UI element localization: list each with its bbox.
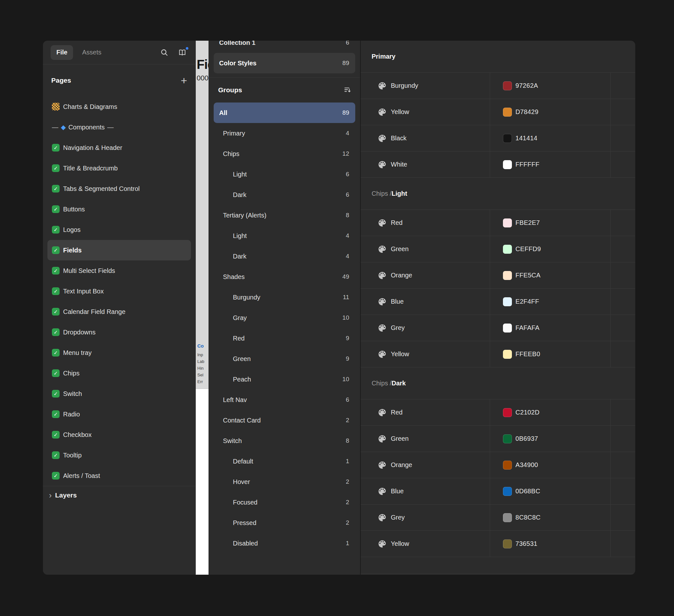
group-row[interactable]: Switch 8 bbox=[214, 430, 355, 451]
color-style-row[interactable]: Green CEFFD9 bbox=[361, 236, 635, 262]
style-row-extra-cell bbox=[610, 236, 635, 262]
style-row-extra-cell bbox=[610, 125, 635, 151]
collection-label: Collection 1 bbox=[219, 41, 255, 46]
color-styles-row[interactable]: Color Styles 89 bbox=[214, 53, 355, 73]
group-row[interactable]: Light 6 bbox=[214, 164, 355, 184]
style-value-cell: 0D68BC bbox=[490, 478, 610, 504]
add-page-button[interactable]: + bbox=[181, 75, 187, 86]
color-style-row[interactable]: White FFFFFF bbox=[361, 151, 635, 178]
group-row[interactable]: Focused 2 bbox=[214, 492, 355, 512]
style-hex-value: 0D68BC bbox=[516, 488, 540, 495]
group-row[interactable]: Disabled 1 bbox=[214, 533, 355, 553]
page-item[interactable]: ✓ Dropdowns bbox=[43, 322, 195, 343]
style-value-cell: 0B6937 bbox=[490, 426, 610, 452]
page-item[interactable]: ✓ Text Input Box bbox=[43, 281, 195, 301]
green-checkbox-icon: ✓ bbox=[52, 328, 60, 336]
group-label: Shades bbox=[223, 273, 245, 281]
color-style-row[interactable]: Yellow FFEEB0 bbox=[361, 341, 635, 367]
color-swatch bbox=[503, 297, 512, 306]
group-count: 10 bbox=[342, 376, 349, 383]
library-button[interactable] bbox=[177, 47, 188, 58]
color-style-row[interactable]: Red C2102D bbox=[361, 399, 635, 426]
color-style-row[interactable]: Orange A34900 bbox=[361, 452, 635, 478]
group-row[interactable]: Dark 4 bbox=[214, 246, 355, 266]
group-row[interactable]: Shades 49 bbox=[214, 266, 355, 287]
style-hex-value: 141414 bbox=[516, 135, 538, 142]
styles-groups-panel: Collection 1 6 Color Styles 89 Groups Al… bbox=[209, 41, 360, 575]
green-checkbox-icon: ✓ bbox=[52, 369, 60, 377]
page-item[interactable]: ✓ Buttons bbox=[43, 199, 195, 220]
group-row[interactable]: Hover 2 bbox=[214, 472, 355, 492]
color-style-row[interactable]: Grey FAFAFA bbox=[361, 315, 635, 341]
page-item[interactable]: ✓ Switch bbox=[43, 383, 195, 404]
group-row[interactable]: Tertiary (Alerts) 8 bbox=[214, 205, 355, 226]
group-row[interactable]: Red 9 bbox=[214, 328, 355, 349]
page-item[interactable]: Charts & Diagrams bbox=[43, 96, 195, 117]
canvas-strip[interactable]: Fie 000 Co Inp Lab Hin Sel Err bbox=[196, 41, 209, 575]
page-item[interactable]: ✓ Alerts / Toast bbox=[43, 466, 195, 486]
green-checkbox-icon: ✓ bbox=[52, 410, 60, 418]
color-swatch bbox=[503, 435, 512, 443]
group-row[interactable]: Left Nav 6 bbox=[214, 389, 355, 410]
page-item[interactable]: ✓ Tabs & Segmented Control bbox=[43, 178, 195, 199]
search-icon bbox=[160, 48, 169, 57]
green-checkbox-icon: ✓ bbox=[52, 144, 60, 151]
style-hex-value: CEFFD9 bbox=[516, 245, 541, 253]
page-item[interactable]: ✓ Multi Select Fields bbox=[43, 260, 195, 281]
style-row-extra-cell bbox=[610, 341, 635, 367]
page-item[interactable]: ✓ Logos bbox=[43, 220, 195, 240]
green-checkbox-icon: ✓ bbox=[52, 431, 60, 439]
color-style-row[interactable]: Burgundy 97262A bbox=[361, 73, 635, 99]
page-item-components[interactable]: — ◆ Components — bbox=[43, 117, 195, 137]
page-item[interactable]: ✓ Title & Breadcrumb bbox=[43, 158, 195, 178]
green-checkbox-icon: ✓ bbox=[52, 349, 60, 357]
group-row[interactable]: Light 4 bbox=[214, 226, 355, 246]
group-row[interactable]: All 89 bbox=[214, 103, 355, 123]
search-button[interactable] bbox=[159, 47, 170, 58]
style-name: Yellow bbox=[391, 540, 409, 547]
sort-button[interactable] bbox=[343, 86, 352, 94]
page-item[interactable]: ✓ Chips bbox=[43, 363, 195, 383]
group-row[interactable]: Chips 12 bbox=[214, 143, 355, 164]
tab-assets[interactable]: Assets bbox=[82, 49, 101, 56]
group-row[interactable]: Green 9 bbox=[214, 349, 355, 369]
group-row[interactable]: Dark 6 bbox=[214, 184, 355, 205]
color-style-row[interactable]: Orange FFE5CA bbox=[361, 262, 635, 289]
design-tool-window: File Assets Pages + Charts & Diagrams bbox=[0, 0, 674, 616]
style-name-cell: Blue bbox=[361, 289, 490, 315]
palette-icon bbox=[377, 350, 387, 359]
group-count: 4 bbox=[346, 253, 349, 260]
group-row[interactable]: Gray 10 bbox=[214, 307, 355, 328]
color-style-row[interactable]: Green 0B6937 bbox=[361, 426, 635, 452]
group-row[interactable]: Burgundy 11 bbox=[214, 287, 355, 307]
page-item[interactable]: ✓ Navigation & Header bbox=[43, 137, 195, 158]
color-style-row[interactable]: Blue E2F4FF bbox=[361, 289, 635, 315]
style-hex-value: FFFFFF bbox=[516, 161, 540, 168]
group-row[interactable]: Primary 4 bbox=[214, 123, 355, 143]
group-row[interactable]: Peach 10 bbox=[214, 369, 355, 389]
color-style-row[interactable]: Red FBE2E7 bbox=[361, 210, 635, 236]
page-item[interactable]: ✓ Checkbox bbox=[43, 424, 195, 445]
style-hex-value: D78429 bbox=[516, 108, 539, 116]
page-item[interactable]: ✓ Tooltip bbox=[43, 445, 195, 466]
groups-header: Groups bbox=[209, 78, 360, 103]
color-style-row[interactable]: Yellow D78429 bbox=[361, 99, 635, 125]
group-row[interactable]: Pressed 2 bbox=[214, 512, 355, 533]
style-name-cell: Yellow bbox=[361, 341, 490, 367]
style-name: Red bbox=[391, 409, 403, 416]
layers-section-toggle[interactable]: › Layers bbox=[43, 486, 195, 504]
color-style-row[interactable]: Yellow 736531 bbox=[361, 531, 635, 557]
group-row[interactable]: Contact Card 2 bbox=[214, 410, 355, 430]
color-style-row[interactable]: Grey 8C8C8C bbox=[361, 504, 635, 531]
color-style-row[interactable]: Blue 0D68BC bbox=[361, 478, 635, 504]
page-item[interactable]: ✓ Menu tray bbox=[43, 343, 195, 363]
group-row[interactable]: Default 1 bbox=[214, 451, 355, 472]
tab-file[interactable]: File bbox=[50, 45, 73, 60]
color-style-row[interactable]: Black 141414 bbox=[361, 125, 635, 151]
group-label: Switch bbox=[223, 437, 242, 445]
page-item[interactable]: ✓ Calendar Field Range bbox=[43, 301, 195, 322]
page-item[interactable]: ✓ Radio bbox=[43, 404, 195, 424]
style-row-extra-cell bbox=[610, 289, 635, 315]
collection-row-partial[interactable]: Collection 1 6 bbox=[209, 41, 360, 53]
page-item[interactable]: ✓ Fields bbox=[47, 240, 191, 260]
